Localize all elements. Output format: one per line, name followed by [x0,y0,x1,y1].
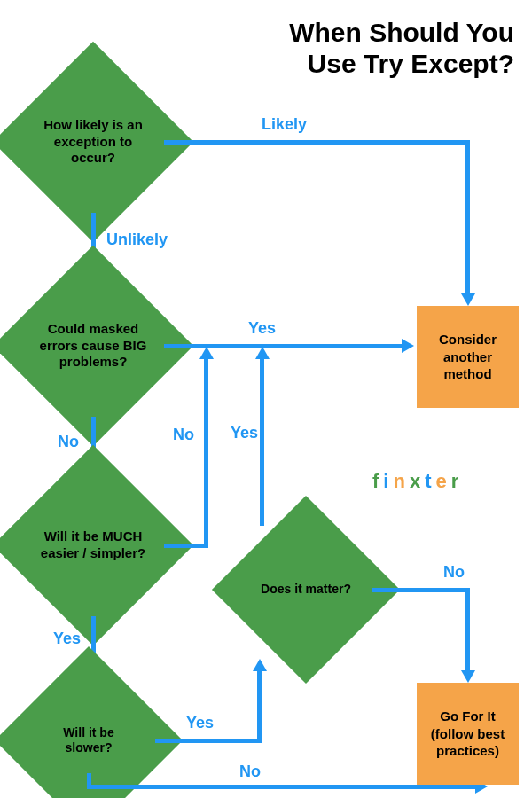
connector [257,669,262,743]
arrowhead-icon [253,659,267,671]
connector [204,357,208,548]
page-title: When Should You Use Try Except? [289,18,514,79]
decision-text: Will it be MUCH easier / simpler? [22,474,164,616]
edge-label-yes: Yes [231,424,258,442]
connector [164,140,470,145]
edge-label-unlikely: Unlikely [106,231,168,249]
logo-letter: i [383,470,393,492]
connector [372,588,470,592]
edge-label-yes: Yes [53,630,81,648]
decision-text: Could masked errors cause BIG problems? [22,275,164,417]
decision-exception-likely: How likely is an exception to occur? [22,71,164,213]
connector [164,544,208,548]
edge-label-no: No [58,433,79,451]
edge-label-no: No [239,763,261,781]
title-line-1: When Should You [289,18,514,49]
result-consider-another: Consider another method [417,306,519,408]
edge-label-yes: Yes [248,319,276,338]
logo-letter: r [451,470,464,492]
decision-text: Does it matter? [239,523,372,656]
title-line-2: Use Try Except? [289,49,514,80]
logo-letter: x [410,470,425,492]
logo-letter: t [425,470,435,492]
decision-does-it-matter: Does it matter? [239,523,372,656]
connector [260,357,264,526]
finxter-logo: finxter [372,470,463,493]
arrowhead-icon [461,293,475,306]
logo-letter: n [393,470,409,492]
connector [155,739,262,743]
decision-much-easier: Will it be MUCH easier / simpler? [22,474,164,616]
connector [466,140,470,295]
logo-letter: e [435,470,450,492]
result-go-for-it: Go For It (follow best practices) [417,683,519,785]
box-text: Consider another method [426,331,510,383]
decision-text: How likely is an exception to occur? [22,71,164,213]
edge-label-yes: Yes [186,714,214,732]
arrowhead-icon [461,670,475,683]
box-text: Go For It (follow best practices) [426,708,510,760]
edge-label-likely: Likely [262,115,307,134]
arrowhead-icon [200,347,214,359]
edge-label-no: No [443,563,465,582]
logo-letter: f [372,470,383,492]
arrowhead-icon [255,347,270,359]
arrowhead-icon [402,339,414,353]
decision-masked-errors: Could masked errors cause BIG problems? [22,275,164,417]
connector [87,785,477,789]
edge-label-no: No [173,426,194,444]
connector [466,588,470,672]
